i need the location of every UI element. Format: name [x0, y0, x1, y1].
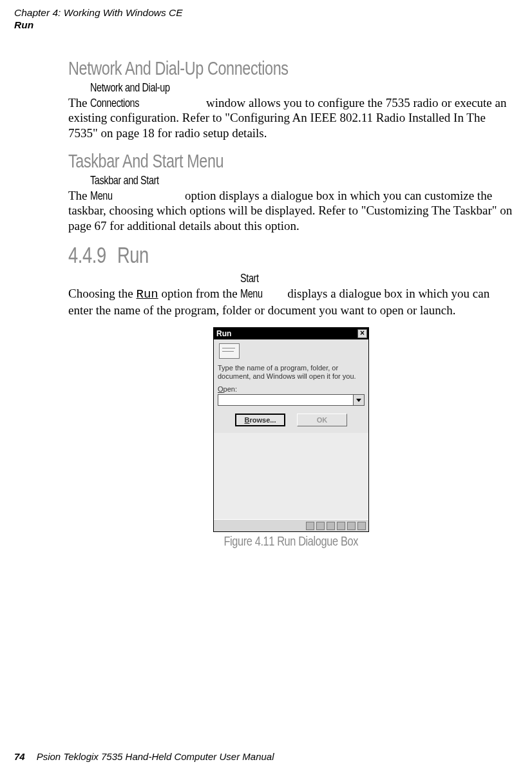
term-taskbar-start: Taskbar and Start Menu — [90, 173, 160, 204]
open-input[interactable] — [218, 394, 353, 406]
run-dialog-blurb: Type the name of a program, folder, or d… — [218, 364, 365, 382]
para-449-run: Choosing the Run option from the Start M… — [68, 271, 514, 318]
figure-caption: Figure 4.11 Run Dialogue Box — [224, 533, 359, 549]
header-chapter: Chapter 4: Working With Windows CE — [14, 6, 518, 19]
term-run-mono: Run — [137, 287, 158, 301]
tray-icon — [347, 522, 356, 530]
run-dialog-title: Run — [216, 329, 231, 338]
close-button[interactable]: × — [357, 329, 367, 338]
browse-button[interactable]: Browse... — [235, 414, 285, 426]
header-section: Run — [14, 19, 518, 31]
run-icon — [219, 343, 240, 359]
run-dialog: Run × Type the name of a program, folder… — [213, 327, 369, 533]
footer-book-title: Psion Teklogix 7535 Hand-Held Computer U… — [37, 751, 274, 762]
para-taskbar-start: The Taskbar and Start Menu option displa… — [68, 173, 514, 234]
tray-icon — [306, 522, 314, 530]
open-label: Open: — [218, 385, 365, 393]
open-dropdown-button[interactable] — [353, 394, 365, 406]
heading-network-dialup: Network And Dial-Up Connections — [68, 57, 514, 79]
figure-411: Run × Type the name of a program, folder… — [68, 327, 514, 549]
page-header: Chapter 4: Working With Windows CE Run — [14, 6, 518, 32]
dialog-empty-area — [214, 433, 368, 523]
para-network-dialup: The Network and Dial-up Connections wind… — [68, 80, 514, 141]
tray-icon — [337, 522, 345, 530]
page-number: 74 — [14, 751, 25, 762]
page-footer: 74Psion Teklogix 7535 Hand-Held Computer… — [14, 751, 274, 762]
term-network-dialup: Network and Dial-up Connections — [90, 80, 176, 111]
tray-icon — [357, 522, 366, 530]
tray-icon — [316, 522, 325, 530]
dialog-taskbar — [214, 519, 368, 531]
ok-button[interactable]: OK — [297, 414, 347, 426]
chevron-down-icon — [356, 399, 361, 402]
heading-449-run: 4.4.9Run — [68, 243, 514, 269]
heading-taskbar-start: Taskbar And Start Menu — [68, 150, 514, 171]
tray-icon — [327, 522, 335, 530]
term-start-menu: Start Menu — [240, 271, 274, 301]
